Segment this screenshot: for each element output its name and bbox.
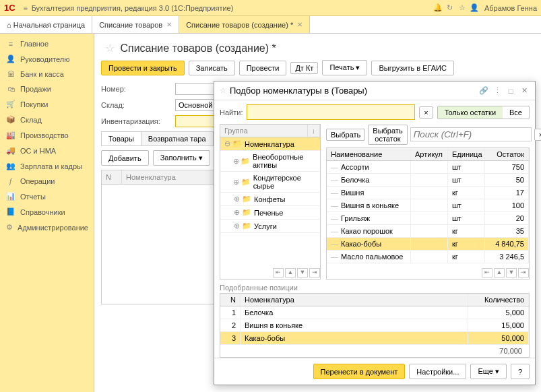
- folder-icon: 📁: [242, 208, 251, 217]
- sidebar-item[interactable]: 🛍Продажи: [0, 81, 94, 96]
- nav-up-icon[interactable]: ▲: [494, 268, 505, 277]
- add-button[interactable]: Добавить: [101, 150, 149, 166]
- nav-up-icon[interactable]: ▲: [285, 268, 296, 277]
- col-article[interactable]: Артикул: [411, 148, 448, 160]
- col-name[interactable]: Наименование: [327, 148, 411, 160]
- sidebar-item[interactable]: 📘Справочники: [0, 204, 94, 220]
- sidebar-item[interactable]: 📊Отчеты: [0, 189, 94, 204]
- nav-last-icon[interactable]: ⇥: [518, 268, 529, 277]
- tab-home[interactable]: ⌂ Начальная страница: [0, 16, 92, 33]
- post-button[interactable]: Провести: [239, 61, 287, 75]
- tree-row[interactable]: ⊕📁Услуги: [220, 220, 320, 233]
- list-search-input[interactable]: [410, 127, 532, 141]
- more-button[interactable]: Еще ▾: [470, 364, 506, 379]
- sidebar-item[interactable]: 👥Зарплата и кадры: [0, 158, 94, 174]
- star-icon[interactable]: ☆: [105, 42, 115, 54]
- picked-label: Подобранные позиции: [220, 282, 530, 293]
- nav-last-icon[interactable]: ⇥: [309, 268, 320, 277]
- picked-grid[interactable]: N Номенклатура Количество 1Белочка5,0002…: [220, 293, 530, 358]
- toggle-icon[interactable]: ⊖: [223, 139, 231, 148]
- sidebar-item[interactable]: ⚙Администрирование: [0, 220, 94, 235]
- col-rest[interactable]: Остаток: [485, 148, 529, 160]
- tab-writeoff-create[interactable]: Списание товаров (создание) * ✕: [179, 16, 310, 33]
- close-icon[interactable]: ✕: [166, 21, 172, 28]
- nav-down-icon[interactable]: ▼: [506, 268, 517, 277]
- sidebar-item[interactable]: ≡Главное: [0, 36, 94, 51]
- list-row[interactable]: —Вишнякг17: [327, 187, 529, 199]
- group-tree[interactable]: ⊖📁Номенклатура⊕📁Внеоборотные активы⊕📁Кон…: [220, 137, 320, 267]
- fill-button[interactable]: Заполнить ▾: [153, 150, 210, 166]
- link-icon[interactable]: 🔗: [478, 86, 489, 95]
- sort-icon[interactable]: ↓: [308, 125, 321, 137]
- print-button[interactable]: Печать ▾: [322, 60, 367, 75]
- toggle-icon[interactable]: ⊕: [232, 178, 240, 187]
- sidebar-icon: 🚚: [5, 146, 16, 155]
- close-icon[interactable]: ✕: [297, 21, 303, 28]
- items-list[interactable]: —Ассортишт750—Белочкашт50—Вишнякг17—Вишн…: [327, 161, 529, 267]
- col-unit[interactable]: Единица: [448, 148, 485, 160]
- tree-row[interactable]: ⊖📁Номенклатура: [220, 137, 320, 151]
- history-icon[interactable]: ↻: [444, 3, 456, 12]
- list-row[interactable]: —Масло пальмовоекг3 246,5: [327, 251, 529, 263]
- items-panel: Наименование Артикул Единица Остаток —Ас…: [326, 148, 530, 280]
- list-row[interactable]: —Какао порошоккг35: [327, 225, 529, 238]
- list-row[interactable]: —Какао-бобыкг4 840,75: [327, 238, 529, 251]
- group-panel: Группа↓ ⊖📁Номенклатура⊕📁Внеоборотные акт…: [220, 124, 321, 280]
- picked-row[interactable]: 2Вишня в коньяке15,000: [220, 319, 529, 332]
- nav-down-icon[interactable]: ▼: [297, 268, 308, 277]
- seg-all[interactable]: Все: [503, 106, 529, 119]
- tree-row[interactable]: ⊕📁Печенье: [220, 206, 320, 220]
- clear-search-button[interactable]: ×: [534, 129, 541, 141]
- list-row[interactable]: —Грильяжшт20: [327, 212, 529, 225]
- tab-label: Списание товаров: [99, 21, 162, 29]
- picked-row[interactable]: 1Белочка5,000: [220, 306, 529, 319]
- list-row[interactable]: —Вишня в коньякешт100: [327, 199, 529, 212]
- sidebar-item[interactable]: 🏭Производство: [0, 127, 94, 143]
- folder-icon: 📁: [242, 195, 251, 203]
- toggle-icon[interactable]: ⊕: [232, 195, 241, 203]
- sidebar-item[interactable]: 🚚ОС и НМА: [0, 143, 94, 158]
- menu-icon[interactable]: ≡: [20, 4, 32, 12]
- sidebar-item[interactable]: 🛒Покупки: [0, 96, 94, 112]
- select-button[interactable]: Выбрать: [326, 129, 365, 141]
- find-input[interactable]: [247, 104, 415, 120]
- save-button[interactable]: Записать: [189, 61, 235, 75]
- nav-first-icon[interactable]: ⇤: [482, 268, 492, 277]
- tab-writeoff[interactable]: Списание товаров ✕: [92, 16, 179, 33]
- help-button[interactable]: ?: [511, 364, 530, 379]
- toggle-icon[interactable]: ⊕: [232, 222, 241, 230]
- star-icon[interactable]: ☆: [456, 3, 468, 12]
- dtkt-button[interactable]: Дт Кт: [290, 62, 318, 74]
- close-icon[interactable]: ✕: [519, 86, 530, 95]
- maximize-icon[interactable]: □: [505, 87, 516, 95]
- bell-icon[interactable]: 🔔: [432, 3, 444, 12]
- user-icon[interactable]: 👤: [468, 3, 480, 12]
- tree-row[interactable]: ⊕📁Кондитерское сырье: [220, 172, 320, 193]
- post-close-button[interactable]: Провести и закрыть: [101, 61, 185, 75]
- clear-find-button[interactable]: ×: [419, 106, 433, 119]
- egais-button[interactable]: Выгрузить в ЕГАИС: [371, 61, 453, 75]
- toggle-icon[interactable]: ⊕: [232, 208, 241, 217]
- app-title: Бухгалтерия предприятия, редакция 3.0 (1…: [32, 4, 432, 12]
- more-icon[interactable]: ⋮: [492, 86, 503, 95]
- sidebar-item[interactable]: ƒОперации: [0, 174, 94, 189]
- list-row[interactable]: —Ассортишт750: [327, 161, 529, 174]
- sidebar-item[interactable]: 👤Руководителю: [0, 51, 94, 67]
- subtab-goods[interactable]: Товары: [101, 131, 141, 145]
- user-name[interactable]: Абрамов Генна: [484, 4, 537, 12]
- sidebar-icon: ≡: [5, 40, 16, 48]
- subtab-tara[interactable]: Возвратная тара: [141, 131, 214, 145]
- toggle-icon[interactable]: ⊕: [232, 157, 239, 166]
- select-rest-button[interactable]: Выбрать остаток: [368, 125, 407, 145]
- star-icon[interactable]: ☆: [220, 86, 226, 95]
- tree-row[interactable]: ⊕📁Конфеты: [220, 193, 320, 206]
- transfer-button[interactable]: Перенести в документ: [313, 364, 406, 379]
- nav-first-icon[interactable]: ⇤: [273, 268, 284, 277]
- settings-button[interactable]: Настройки...: [409, 364, 466, 379]
- sidebar-item[interactable]: 📦Склад: [0, 112, 94, 127]
- list-row[interactable]: —Белочкашт50: [327, 174, 529, 187]
- sidebar-item[interactable]: 🏛Банк и касса: [0, 67, 94, 81]
- tree-row[interactable]: ⊕📁Внеоборотные активы: [220, 151, 320, 172]
- picked-row[interactable]: 3Какао-бобы50,000: [220, 332, 529, 345]
- seg-rest[interactable]: Только остатки: [438, 106, 503, 119]
